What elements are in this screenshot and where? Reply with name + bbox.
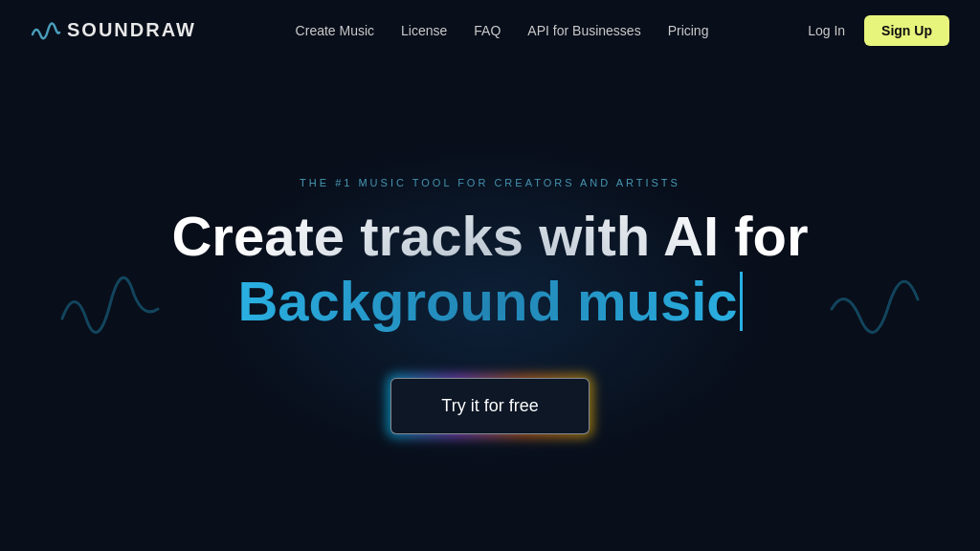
wave-right-decoration <box>827 266 923 346</box>
nav-pricing[interactable]: Pricing <box>668 23 709 38</box>
logo-icon <box>31 17 61 44</box>
logo[interactable]: SOUNDRAW <box>31 17 196 44</box>
nav-create-music[interactable]: Create Music <box>296 23 374 38</box>
login-link[interactable]: Log In <box>808 23 845 38</box>
signup-button[interactable]: Sign Up <box>864 15 949 46</box>
hero-section: THE #1 MUSIC TOOL FOR CREATORS AND ARTIS… <box>0 60 980 551</box>
nav-links: Create Music License FAQ API for Busines… <box>296 22 709 39</box>
hero-subtitle: THE #1 MUSIC TOOL FOR CREATORS AND ARTIS… <box>300 177 680 188</box>
navbar: SOUNDRAW Create Music License FAQ API fo… <box>0 0 980 60</box>
try-free-button[interactable]: Try it for free <box>390 378 589 434</box>
nav-api[interactable]: API for Businesses <box>527 23 640 38</box>
cta-wrapper: Try it for free <box>390 378 589 434</box>
text-cursor <box>740 272 743 331</box>
nav-right: Log In Sign Up <box>808 15 949 46</box>
wave-left-decoration <box>57 266 163 346</box>
nav-faq[interactable]: FAQ <box>474 23 501 38</box>
hero-headline-white: Create tracks with AI for <box>171 206 808 267</box>
logo-text: SOUNDRAW <box>67 19 196 41</box>
nav-license[interactable]: License <box>401 23 447 38</box>
hero-headline-blue: Background music <box>237 271 742 332</box>
